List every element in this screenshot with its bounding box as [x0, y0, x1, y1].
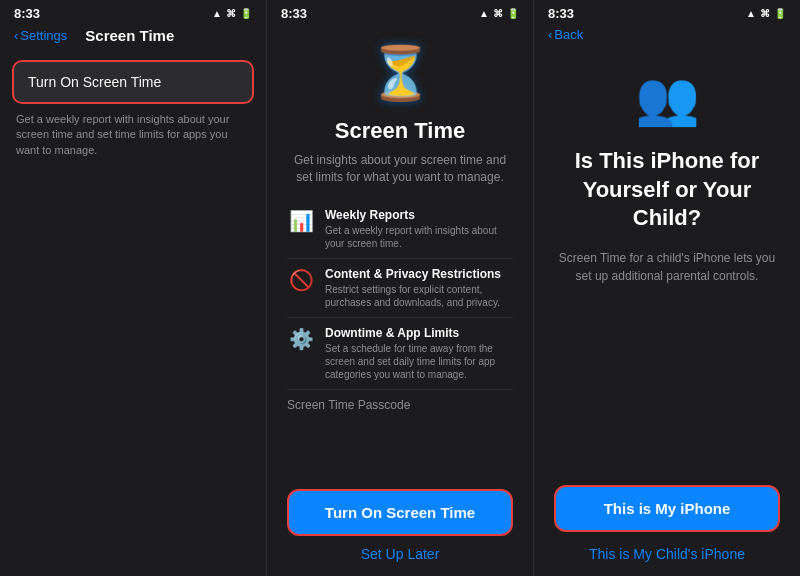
- status-time-1: 8:33: [14, 6, 40, 21]
- battery-icon-2: 🔋: [507, 8, 519, 19]
- feature-privacy-text: Content & Privacy Restrictions Restrict …: [325, 267, 513, 309]
- wifi-icon-3: ⌘: [760, 8, 770, 19]
- feature-list: 📊 Weekly Reports Get a weekly report wit…: [287, 200, 513, 420]
- chevron-left-icon-3: ‹: [548, 27, 552, 42]
- turn-on-screen-time-button-2[interactable]: Turn On Screen Time: [287, 489, 513, 536]
- feature-downtime-desc: Set a schedule for time away from the sc…: [325, 342, 513, 381]
- status-bar-1: 8:33 ▲ ⌘ 🔋: [0, 0, 266, 23]
- feature-privacy-desc: Restrict settings for explicit content, …: [325, 283, 513, 309]
- signal-icon-3: ▲: [746, 8, 756, 19]
- panel1-content: Turn On Screen Time Get a weekly report …: [0, 50, 266, 168]
- back-label-3: Back: [554, 27, 583, 42]
- status-time-2: 8:33: [281, 6, 307, 21]
- status-bar-3: 8:33 ▲ ⌘ 🔋: [534, 0, 800, 23]
- panel-screen-time-intro: 8:33 ▲ ⌘ 🔋 ⏳ Screen Time Get insights ab…: [267, 0, 534, 576]
- gear-icon: ⚙️: [287, 327, 315, 351]
- status-icons-2: ▲ ⌘ 🔋: [479, 8, 519, 19]
- setup-later-link[interactable]: Set Up Later: [287, 546, 513, 562]
- signal-icon: ▲: [212, 8, 222, 19]
- wifi-icon: ⌘: [226, 8, 236, 19]
- feature-weekly-reports: 📊 Weekly Reports Get a weekly report wit…: [287, 200, 513, 259]
- screen-time-title: Screen Time: [85, 27, 174, 44]
- back-settings-link[interactable]: ‹ Settings: [14, 28, 67, 43]
- status-time-3: 8:33: [548, 6, 574, 21]
- hourglass-icon: ⏳: [368, 43, 433, 104]
- turn-on-screen-time-button-1[interactable]: Turn On Screen Time: [12, 60, 254, 104]
- wifi-icon-2: ⌘: [493, 8, 503, 19]
- back-link-3[interactable]: ‹ Back: [548, 27, 583, 42]
- bar-chart-icon: 📊: [287, 209, 315, 233]
- this-is-my-iphone-button[interactable]: This is My iPhone: [554, 485, 780, 532]
- panel2-title: Screen Time: [335, 118, 465, 144]
- people-icon: 👥: [635, 68, 700, 129]
- battery-icon: 🔋: [240, 8, 252, 19]
- nav-bar-1: ‹ Settings Screen Time: [0, 23, 266, 50]
- status-icons-3: ▲ ⌘ 🔋: [746, 8, 786, 19]
- feature-weekly-desc: Get a weekly report with insights about …: [325, 224, 513, 250]
- childs-iphone-link[interactable]: This is My Child's iPhone: [554, 546, 780, 562]
- status-icons-1: ▲ ⌘ 🔋: [212, 8, 252, 19]
- feature-weekly-text: Weekly Reports Get a weekly report with …: [325, 208, 513, 250]
- feature-downtime-text: Downtime & App Limits Set a schedule for…: [325, 326, 513, 381]
- status-bar-2: 8:33 ▲ ⌘ 🔋: [267, 0, 533, 23]
- passcode-row: Screen Time Passcode: [287, 390, 513, 420]
- nav-bar-3: ‹ Back: [534, 23, 800, 48]
- chevron-left-icon: ‹: [14, 28, 18, 43]
- panel-screen-time-settings: 8:33 ▲ ⌘ 🔋 ‹ Settings Screen Time Turn O…: [0, 0, 267, 576]
- no-entry-icon: 🚫: [287, 268, 315, 292]
- feature-weekly-title: Weekly Reports: [325, 208, 513, 222]
- panel2-subtitle: Get insights about your screen time and …: [287, 152, 513, 186]
- panel2-content: ⏳ Screen Time Get insights about your sc…: [267, 23, 533, 479]
- panel1-description: Get a weekly report with insights about …: [12, 104, 254, 158]
- feature-privacy-title: Content & Privacy Restrictions: [325, 267, 513, 281]
- feature-downtime: ⚙️ Downtime & App Limits Set a schedule …: [287, 318, 513, 390]
- signal-icon-2: ▲: [479, 8, 489, 19]
- panel3-title: Is This iPhone for Yourself or Your Chil…: [554, 147, 780, 233]
- battery-icon-3: 🔋: [774, 8, 786, 19]
- panel-this-iphone-for: 8:33 ▲ ⌘ 🔋 ‹ Back 👥 Is This iPhone for Y…: [534, 0, 800, 576]
- panel3-content: 👥 Is This iPhone for Yourself or Your Ch…: [534, 48, 800, 475]
- panel3-footer: This is My iPhone This is My Child's iPh…: [534, 475, 800, 576]
- feature-content-privacy: 🚫 Content & Privacy Restrictions Restric…: [287, 259, 513, 318]
- panel2-footer: Turn On Screen Time Set Up Later: [267, 479, 533, 576]
- feature-downtime-title: Downtime & App Limits: [325, 326, 513, 340]
- panel3-description: Screen Time for a child's iPhone lets yo…: [554, 249, 780, 285]
- back-settings-label: Settings: [20, 28, 67, 43]
